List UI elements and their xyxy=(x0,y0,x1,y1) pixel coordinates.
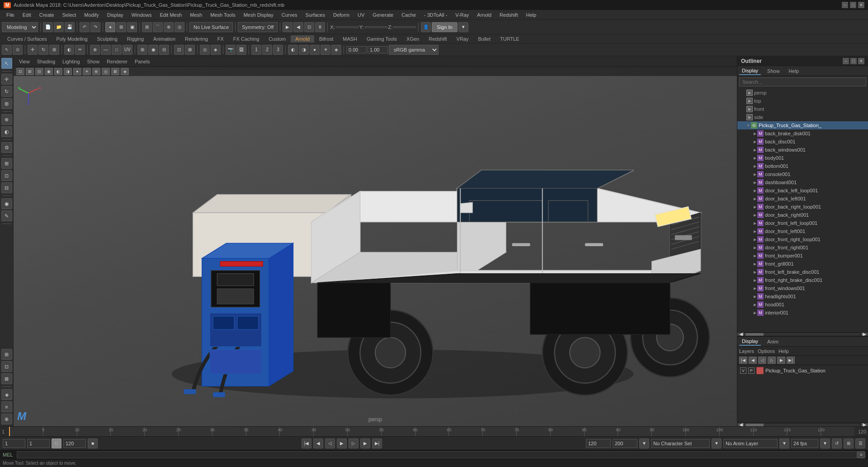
outliner-item-front-bumper[interactable]: ▶ M front_bumper001 xyxy=(737,252,868,260)
isolation-btn[interactable]: ◎ xyxy=(200,45,210,55)
title-bar-controls[interactable]: − □ ✕ xyxy=(842,2,864,8)
outliner-item-dashboard[interactable]: ▶ M dashboard001 xyxy=(737,178,868,186)
outliner-item-top[interactable]: ▶ top xyxy=(737,97,868,105)
menu-cache[interactable]: Cache xyxy=(398,11,420,19)
show-manip-sidebar[interactable]: ◉ xyxy=(1,198,12,209)
outliner-item-back-disc[interactable]: ▶ M back_disc001 xyxy=(737,138,868,146)
outliner-item-console[interactable]: ▶ M console001 xyxy=(737,170,868,178)
vr-btn-3[interactable]: ⊟ xyxy=(35,68,43,75)
outliner-search-input[interactable] xyxy=(739,77,866,86)
tool-settings-sidebar[interactable]: ⚙ xyxy=(1,142,12,153)
outliner-item-bottom[interactable]: ▶ M bottom001 xyxy=(737,162,868,170)
current-frame-field[interactable]: 1 xyxy=(3,439,25,448)
menu-create[interactable]: Create xyxy=(36,11,58,19)
outliner-item-door-front-right[interactable]: ▶ M door_front_right001 xyxy=(737,243,868,252)
undo-btn[interactable]: ↶ xyxy=(80,22,90,32)
menu-edit[interactable]: Edit xyxy=(19,11,35,19)
sign-in-button[interactable]: Sign In xyxy=(432,22,457,32)
menu-edit-mesh[interactable]: Edit Mesh xyxy=(156,11,185,19)
shading-btn4[interactable]: ☀ xyxy=(321,45,330,55)
menu-mesh-tools[interactable]: Mesh Tools xyxy=(207,11,239,19)
vr-btn-4[interactable]: ◉ xyxy=(45,68,53,75)
play-btn[interactable]: ▶ xyxy=(337,438,347,448)
outliner-item-persp[interactable]: ▶ persp xyxy=(737,89,868,97)
char-set-btn[interactable]: ▼ xyxy=(712,438,722,448)
mode-tab-rigging[interactable]: Rigging xyxy=(123,35,148,43)
snap-point-btn[interactable]: ⊕ xyxy=(164,22,174,32)
anim-layer-btn[interactable]: ▼ xyxy=(779,438,789,448)
vr-btn-7[interactable]: ● xyxy=(73,68,81,75)
menu-modify[interactable]: Modify xyxy=(80,11,102,19)
smooth-mode-btn[interactable]: ◉ xyxy=(148,45,158,55)
menu-3dtool[interactable]: - 3DToAll - xyxy=(420,11,451,19)
frame-color-btn[interactable]: □ xyxy=(52,438,61,448)
menu-vray[interactable]: V-Ray xyxy=(452,11,472,19)
universal-manip-sidebar[interactable]: ⊕ xyxy=(1,114,12,125)
options-btn[interactable]: ▼ xyxy=(458,22,468,32)
xray-btn[interactable]: ◈ xyxy=(211,45,221,55)
menu-help[interactable]: Help xyxy=(522,11,540,19)
frame-all-btn[interactable]: ⊡ xyxy=(174,45,184,55)
fps-field[interactable]: 24 fps xyxy=(791,439,818,448)
bottom-scroll-thumb[interactable] xyxy=(745,424,764,426)
outliner-item-door-back-left[interactable]: ▶ M door_back_left001 xyxy=(737,195,868,203)
img-plane-btn[interactable]: 🖼 xyxy=(236,45,246,55)
ipr-btn[interactable]: ◀ xyxy=(293,22,303,32)
profile-btn[interactable]: 👤 xyxy=(421,22,431,32)
outliner-item-door-front-right-loop[interactable]: ▶ M door_front_right_loop001 xyxy=(737,235,868,243)
bottom-scroll-left[interactable]: ◀ xyxy=(737,423,745,427)
vert-mode-btn[interactable]: ⊕ xyxy=(90,45,100,55)
layer-nav-first[interactable]: |◀ xyxy=(739,357,747,364)
outliner-item-door-back-right-loop[interactable]: ▶ M door_back_right_loop001 xyxy=(737,203,868,211)
frame-end-btn[interactable]: ■ xyxy=(88,438,98,448)
no-anim-layer-field[interactable]: No Anim Layer xyxy=(723,439,778,448)
target-weld-sidebar[interactable]: ⊡ xyxy=(1,170,12,181)
outliner-item-front-grill[interactable]: ▶ M front_grill001 xyxy=(737,260,868,268)
scale-tool-btn[interactable]: ⊞ xyxy=(49,45,59,55)
layer-nav-next2[interactable]: ▶ xyxy=(777,357,785,364)
outliner-window-buttons[interactable]: − □ ✕ xyxy=(843,58,864,64)
uv-editor-sidebar[interactable]: ⊡ xyxy=(1,361,12,372)
face-mode-btn[interactable]: □ xyxy=(112,45,122,55)
vr-btn-12[interactable]: ◈ xyxy=(121,68,129,75)
cam-btn[interactable]: 📷 xyxy=(226,45,236,55)
mode-tab-curves-surfaces[interactable]: Curves / Surfaces xyxy=(3,35,51,43)
lighting-menu[interactable]: Lighting xyxy=(60,58,83,65)
hypershade-sidebar[interactable]: ◈ xyxy=(1,389,12,400)
play-back-btn[interactable]: ◀ xyxy=(313,438,323,448)
node-editor-sidebar[interactable]: ⊠ xyxy=(1,373,12,384)
no-character-set-field[interactable]: No Character Set xyxy=(651,439,710,448)
rotate-tool-sidebar[interactable]: ↻ xyxy=(1,86,12,97)
mode-tab-bullet[interactable]: Bullet xyxy=(473,35,495,43)
play-start-btn[interactable]: |◀ xyxy=(302,438,311,448)
outliner-tab-display[interactable]: Display xyxy=(739,67,761,75)
render-seq-btn[interactable]: ⊡ xyxy=(304,22,314,32)
quality-low-btn[interactable]: 1 xyxy=(251,45,261,55)
bottom-subtab-options[interactable]: Options xyxy=(758,348,775,354)
layer-nav-prev2[interactable]: ◁ xyxy=(758,357,766,364)
gamma-dropdown[interactable]: sRGB gamma xyxy=(389,45,439,55)
mode-tab-vray[interactable]: VRay xyxy=(452,35,473,43)
outliner-item-door-front-left-loop[interactable]: ▶ M door_front_left_loop001 xyxy=(737,219,868,227)
shading-btn2[interactable]: ◑ xyxy=(299,45,309,55)
annotation-sidebar[interactable]: ✎ xyxy=(1,210,12,221)
menu-arnold[interactable]: Arnold xyxy=(473,11,495,19)
layer-p-check[interactable]: P xyxy=(748,367,755,374)
frame-sel-btn[interactable]: ⊠ xyxy=(185,45,195,55)
soft-sel-btn[interactable]: ◐ xyxy=(64,45,74,55)
layer-nav-prev[interactable]: ◀ xyxy=(749,357,757,364)
render-btn[interactable]: ▶ xyxy=(283,22,292,32)
step-fwd-btn[interactable]: ▷ xyxy=(349,438,359,448)
move-tool-sidebar[interactable]: ✛ xyxy=(1,74,12,85)
vr-btn-9[interactable]: ⊕ xyxy=(92,68,100,75)
mode-tab-mash[interactable]: MASH xyxy=(338,35,362,43)
menu-redshift[interactable]: Redshift xyxy=(496,11,521,19)
quality-high-btn[interactable]: 3 xyxy=(273,45,283,55)
end-frame-field-3[interactable]: 200 xyxy=(613,439,637,448)
quality-mid-btn[interactable]: 2 xyxy=(262,45,272,55)
outliner-item-front-right-brake-disc[interactable]: ▶ M front_right_brake_disc001 xyxy=(737,276,868,284)
scroll-thumb[interactable] xyxy=(745,333,764,336)
menu-display[interactable]: Display xyxy=(104,11,127,19)
edge-mode-btn[interactable]: — xyxy=(101,45,111,55)
outliner-item-interior[interactable]: ▶ M interior001 xyxy=(737,309,868,317)
